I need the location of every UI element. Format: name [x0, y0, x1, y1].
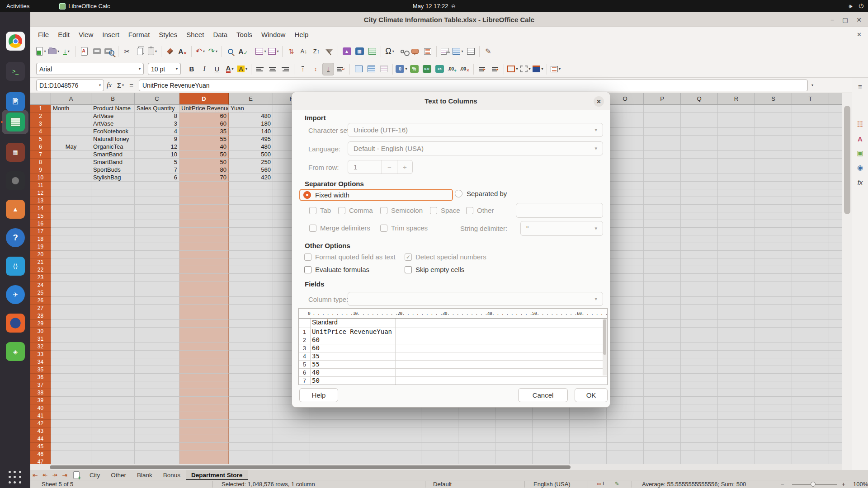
column-ruler[interactable]: 0 . . . . . . . . .10. . . . . . . . .20… — [299, 309, 607, 319]
cell-D14[interactable] — [179, 205, 229, 212]
sheet-tab-blank[interactable]: Blank — [132, 470, 158, 480]
cell-S34[interactable] — [755, 358, 792, 366]
cell-Q18[interactable] — [681, 235, 718, 243]
cell-A39[interactable] — [51, 397, 91, 404]
cell-R22[interactable] — [718, 266, 755, 274]
cell-O38[interactable] — [607, 389, 644, 397]
cell-O8[interactable] — [607, 159, 644, 166]
cell-B30[interactable] — [91, 328, 135, 335]
sheet-tab-department-store[interactable]: Department Store — [186, 470, 248, 480]
cell-E32[interactable] — [229, 343, 273, 351]
menu-data[interactable]: Data — [209, 28, 231, 41]
cell-D20[interactable] — [179, 251, 229, 258]
cell-A4[interactable] — [51, 128, 91, 136]
cell-P29[interactable] — [644, 320, 681, 328]
cell-P15[interactable] — [644, 212, 681, 220]
row-header-23[interactable]: 23 — [30, 274, 51, 282]
menu-edit[interactable]: Edit — [54, 28, 74, 41]
cell-Q3[interactable] — [681, 120, 718, 128]
cell-A45[interactable] — [51, 443, 91, 450]
cell-E26[interactable] — [229, 297, 273, 305]
cell-C20[interactable] — [135, 251, 179, 258]
row-header-41[interactable]: 41 — [30, 412, 51, 420]
cell-C6[interactable]: 12 — [135, 143, 179, 151]
cell-Q31[interactable] — [681, 335, 718, 343]
cell-B45[interactable] — [91, 443, 135, 450]
cell-B27[interactable] — [91, 305, 135, 312]
cell-D31[interactable] — [179, 335, 229, 343]
cell-C18[interactable] — [135, 235, 179, 243]
cell-S29[interactable] — [755, 320, 792, 328]
find-replace-button[interactable] — [225, 45, 236, 58]
cell-A31[interactable] — [51, 335, 91, 343]
cell-R45[interactable] — [718, 443, 755, 450]
cell-P44[interactable] — [644, 435, 681, 443]
cell-B38[interactable] — [91, 389, 135, 397]
cell-S10[interactable] — [755, 174, 792, 182]
cell-Q15[interactable] — [681, 212, 718, 220]
cell-B25[interactable] — [91, 289, 135, 297]
cell-T42[interactable] — [792, 420, 829, 427]
row-header-8[interactable]: 8 — [30, 159, 51, 166]
cell-N45[interactable] — [570, 443, 607, 450]
cell-O43[interactable] — [607, 427, 644, 435]
highlight-color-button[interactable]: A▾ — [236, 63, 248, 75]
cell-P37[interactable] — [644, 381, 681, 389]
cell-D6[interactable]: 40 — [179, 143, 229, 151]
cell-H43[interactable] — [347, 427, 384, 435]
detect-special-numbers-checkbox[interactable]: ✓Detect special numbers — [405, 253, 486, 261]
cell-D9[interactable]: 80 — [179, 166, 229, 174]
cell-R10[interactable] — [718, 174, 755, 182]
cell-D15[interactable] — [179, 212, 229, 220]
vertical-scrollbar-thumb[interactable] — [844, 106, 850, 214]
cell-B42[interactable] — [91, 420, 135, 427]
cell-D22[interactable] — [179, 266, 229, 274]
sort-button[interactable]: ⇅ — [285, 45, 297, 58]
language-status[interactable]: English (USA) — [533, 481, 571, 488]
row-header-1[interactable]: 1 — [30, 105, 51, 113]
cell-B11[interactable] — [91, 182, 135, 189]
cell-O37[interactable] — [607, 381, 644, 389]
semicolon-checkbox[interactable]: Semicolon — [380, 206, 423, 214]
row-header-30[interactable]: 30 — [30, 328, 51, 335]
percent-format-button[interactable]: % — [408, 63, 420, 75]
cell-O31[interactable] — [607, 335, 644, 343]
cell-B2[interactable]: ArtVase — [91, 113, 135, 120]
cell-T43[interactable] — [792, 427, 829, 435]
cell-T44[interactable] — [792, 435, 829, 443]
cell-Q45[interactable] — [681, 443, 718, 450]
menu-styles[interactable]: Styles — [155, 28, 181, 41]
cell-O1[interactable] — [607, 105, 644, 113]
cell-D37[interactable] — [179, 381, 229, 389]
cell-U3[interactable] — [829, 120, 842, 128]
cell-U6[interactable] — [829, 143, 842, 151]
cell-S43[interactable] — [755, 427, 792, 435]
cell-S3[interactable] — [755, 120, 792, 128]
row-header-32[interactable]: 32 — [30, 343, 51, 351]
cell-E22[interactable] — [229, 266, 273, 274]
number-format-button[interactable]: 0.0 — [421, 63, 433, 75]
cell-F41[interactable] — [273, 412, 310, 420]
cell-G43[interactable] — [310, 427, 347, 435]
row-header-46[interactable]: 46 — [30, 450, 51, 458]
cell-N43[interactable] — [570, 427, 607, 435]
cell-L46[interactable] — [495, 450, 533, 458]
cell-Q25[interactable] — [681, 289, 718, 297]
cell-Q29[interactable] — [681, 320, 718, 328]
cell-A36[interactable] — [51, 374, 91, 381]
row-header-20[interactable]: 20 — [30, 251, 51, 258]
cell-D32[interactable] — [179, 343, 229, 351]
row-header-18[interactable]: 18 — [30, 235, 51, 243]
cell-O35[interactable] — [607, 366, 644, 374]
window-titlebar[interactable]: City Climate Information Table.xlsx - Li… — [30, 12, 868, 27]
cell-A12[interactable] — [51, 189, 91, 197]
expand-formula-bar-icon[interactable]: ▾ — [811, 83, 813, 87]
row-header-11[interactable]: 11 — [30, 182, 51, 189]
cell-O46[interactable] — [607, 450, 644, 458]
dialog-close-icon[interactable]: ✕ — [594, 96, 604, 107]
cell-D5[interactable]: 55 — [179, 136, 229, 143]
cell-C15[interactable] — [135, 212, 179, 220]
cell-S28[interactable] — [755, 312, 792, 320]
cell-P4[interactable] — [644, 128, 681, 136]
cell-C36[interactable] — [135, 374, 179, 381]
